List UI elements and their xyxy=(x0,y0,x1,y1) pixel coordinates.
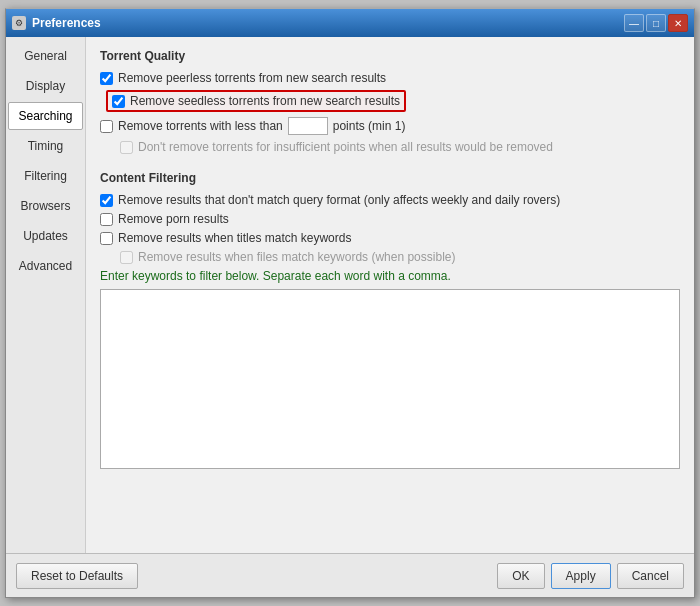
cb4-label: Don't remove torrents for insufficient p… xyxy=(138,140,553,154)
cb7-row: Remove results when titles match keyword… xyxy=(100,231,680,245)
close-button[interactable]: ✕ xyxy=(668,14,688,32)
content-filtering-title: Content Filtering xyxy=(100,171,680,185)
cb4-row: Don't remove torrents for insufficient p… xyxy=(120,140,680,154)
cb6-checkbox[interactable] xyxy=(100,213,113,226)
points-input[interactable] xyxy=(288,117,328,135)
cb5-checkbox[interactable] xyxy=(100,194,113,207)
sidebar-item-timing[interactable]: Timing xyxy=(8,132,83,160)
cb8-row: Remove results when files match keywords… xyxy=(120,250,680,264)
cb7-label: Remove results when titles match keyword… xyxy=(118,231,351,245)
apply-button[interactable]: Apply xyxy=(551,563,611,589)
cb2-highlight: Remove seedless torrents from new search… xyxy=(106,90,406,112)
cancel-button[interactable]: Cancel xyxy=(617,563,684,589)
cb3-label: Remove torrents with less than xyxy=(118,119,283,133)
maximize-button[interactable]: □ xyxy=(646,14,666,32)
cb6-label: Remove porn results xyxy=(118,212,229,226)
minimize-button[interactable]: — xyxy=(624,14,644,32)
reset-defaults-button[interactable]: Reset to Defaults xyxy=(16,563,138,589)
title-bar: ⚙ Preferences — □ ✕ xyxy=(6,9,694,37)
ok-button[interactable]: OK xyxy=(497,563,544,589)
cb4-checkbox[interactable] xyxy=(120,141,133,154)
cb1-row: Remove peerless torrents from new search… xyxy=(100,71,680,85)
cb1-label: Remove peerless torrents from new search… xyxy=(118,71,386,85)
keyword-note: Enter keywords to filter below. Separate… xyxy=(100,269,680,283)
cb5-row: Remove results that don't match query fo… xyxy=(100,193,680,207)
content-area: General Display Searching Timing Filteri… xyxy=(6,37,694,553)
keyword-textarea[interactable] xyxy=(100,289,680,469)
sidebar-item-browsers[interactable]: Browsers xyxy=(8,192,83,220)
cb2-checkbox[interactable] xyxy=(112,95,125,108)
sidebar-item-updates[interactable]: Updates xyxy=(8,222,83,250)
cb2-row: Remove seedless torrents from new search… xyxy=(106,90,680,112)
torrent-quality-title: Torrent Quality xyxy=(100,49,680,63)
main-panel: Torrent Quality Remove peerless torrents… xyxy=(86,37,694,553)
window-title: Preferences xyxy=(32,16,101,30)
sidebar-item-display[interactable]: Display xyxy=(8,72,83,100)
bottom-bar: Reset to Defaults OK Apply Cancel xyxy=(6,553,694,597)
sidebar-item-filtering[interactable]: Filtering xyxy=(8,162,83,190)
sidebar: General Display Searching Timing Filteri… xyxy=(6,37,86,553)
preferences-window: ⚙ Preferences — □ ✕ General Display Sear… xyxy=(5,8,695,598)
sidebar-item-advanced[interactable]: Advanced xyxy=(8,252,83,280)
window-icon: ⚙ xyxy=(12,16,26,30)
sidebar-item-general[interactable]: General xyxy=(8,42,83,70)
cb5-label: Remove results that don't match query fo… xyxy=(118,193,560,207)
cb1-checkbox[interactable] xyxy=(100,72,113,85)
cb3-row: Remove torrents with less than points (m… xyxy=(100,117,680,135)
cb2-label: Remove seedless torrents from new search… xyxy=(130,94,400,108)
cb7-checkbox[interactable] xyxy=(100,232,113,245)
cb8-label: Remove results when files match keywords… xyxy=(138,250,455,264)
sidebar-item-searching[interactable]: Searching xyxy=(8,102,83,130)
points-suffix: points (min 1) xyxy=(333,119,406,133)
cb6-row: Remove porn results xyxy=(100,212,680,226)
cb3-checkbox[interactable] xyxy=(100,120,113,133)
cb8-checkbox[interactable] xyxy=(120,251,133,264)
